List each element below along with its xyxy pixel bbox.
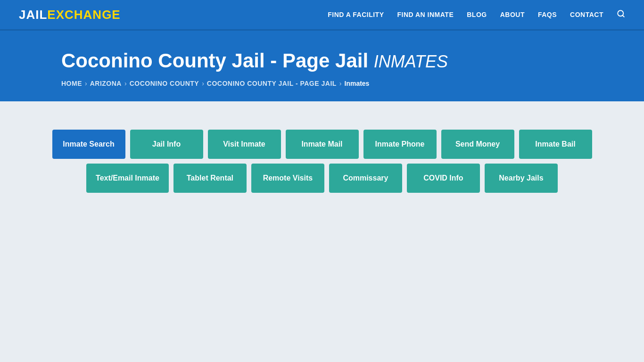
nav-about[interactable]: ABOUT [500, 11, 525, 18]
nav-contact[interactable]: CONTACT [570, 11, 603, 18]
nav-faqs[interactable]: FAQs [538, 11, 557, 18]
btn-covid-info[interactable]: COVID Info [407, 164, 480, 193]
btn-commissary[interactable]: Commissary [329, 164, 402, 193]
nav-blog[interactable]: BLOG [467, 11, 487, 18]
breadcrumb-arizona[interactable]: Arizona [90, 80, 122, 87]
logo-exchange: EXCHANGE [47, 8, 120, 22]
search-icon [617, 9, 625, 18]
btn-remote-visits[interactable]: Remote Visits [251, 164, 324, 193]
breadcrumb-coconino-county[interactable]: Coconino County [130, 80, 199, 87]
btn-nearby-jails[interactable]: Nearby Jails [485, 164, 558, 193]
page-title-em: INMATES [374, 52, 448, 71]
hero-section: Coconino County Jail - Page Jail INMATES… [0, 31, 644, 101]
btn-inmate-mail[interactable]: Inmate Mail [286, 130, 359, 159]
search-icon-button[interactable] [617, 9, 625, 20]
btn-inmate-phone[interactable]: Inmate Phone [363, 130, 437, 159]
breadcrumb-sep-4: › [339, 80, 342, 87]
btn-text-email-inmate[interactable]: Text/Email Inmate [86, 164, 169, 193]
page-title: Coconino County Jail - Page Jail INMATES [61, 49, 583, 72]
buttons-section: Inmate Search Jail Info Visit Inmate Inm… [61, 130, 583, 193]
nav-find-facility[interactable]: FIND A FACILITY [328, 11, 384, 18]
btn-inmate-search[interactable]: Inmate Search [52, 130, 125, 159]
site-logo[interactable]: JAILEXCHANGE [19, 8, 121, 22]
page-title-main: Coconino County Jail - Page Jail [61, 49, 368, 72]
breadcrumb-current: Inmates [345, 80, 370, 87]
btn-tablet-rental[interactable]: Tablet Rental [173, 164, 247, 193]
logo-jail: JAIL [19, 8, 47, 22]
nav-find-inmate[interactable]: FIND AN INMATE [397, 11, 454, 18]
buttons-row-2: Text/Email Inmate Tablet Rental Remote V… [61, 164, 583, 193]
btn-jail-info[interactable]: Jail Info [130, 130, 203, 159]
svg-line-1 [622, 15, 624, 16]
breadcrumb-page-jail[interactable]: Coconino County Jail - Page Jail [207, 80, 337, 87]
breadcrumb-sep-1: › [85, 80, 87, 87]
breadcrumb-home[interactable]: Home [61, 80, 82, 87]
main-nav: FIND A FACILITY FIND AN INMATE BLOG ABOU… [328, 9, 625, 20]
main-content: Inmate Search Jail Info Visit Inmate Inm… [0, 101, 644, 313]
breadcrumb-sep-3: › [202, 80, 204, 87]
buttons-row-1: Inmate Search Jail Info Visit Inmate Inm… [61, 130, 583, 159]
btn-inmate-bail[interactable]: Inmate Bail [519, 130, 592, 159]
breadcrumb-sep-2: › [124, 80, 127, 87]
btn-visit-inmate[interactable]: Visit Inmate [208, 130, 281, 159]
site-header: JAILEXCHANGE FIND A FACILITY FIND AN INM… [0, 0, 644, 31]
breadcrumb: Home › Arizona › Coconino County › Cocon… [61, 80, 583, 87]
btn-send-money[interactable]: Send Money [441, 130, 514, 159]
